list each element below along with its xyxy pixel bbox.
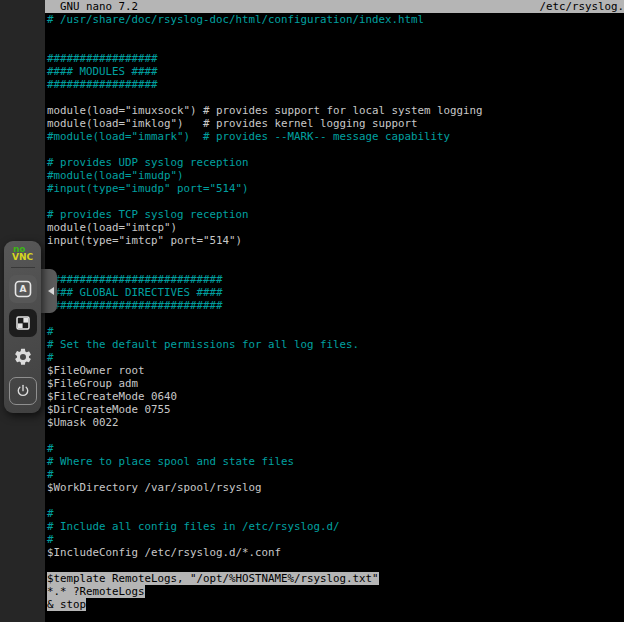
terminal-line: $WorkDirectory /var/spool/rsyslog [47, 481, 624, 494]
terminal-line: ########################### [47, 273, 624, 286]
keyboard-icon: A [14, 280, 32, 298]
terminal-line: $template RemoteLogs, "/opt/%HOSTNAME%/r… [47, 572, 624, 585]
terminal-line [47, 260, 624, 273]
nano-titlebar: GNU nano 7.2 /etc/rsyslog. [45, 0, 624, 13]
terminal-line: ################# [47, 78, 624, 91]
terminal-line: #### GLOBAL DIRECTIVES #### [47, 286, 624, 299]
terminal-line [47, 39, 624, 52]
terminal-line: #module(load="immark") # provides --MARK… [47, 130, 624, 143]
novnc-logo: no VNC [12, 246, 33, 261]
terminal-line: # [47, 507, 624, 520]
terminal-line [47, 91, 624, 104]
terminal-screen[interactable]: # /usr/share/doc/rsyslog-doc/html/config… [47, 13, 624, 622]
fullscreen-button[interactable] [9, 309, 37, 337]
terminal-line: ################# [47, 52, 624, 65]
fullscreen-icon [15, 315, 31, 331]
terminal-line: ########################### [47, 299, 624, 312]
terminal-line: $DirCreateMode 0755 [47, 403, 624, 416]
terminal-line: *.* ?RemoteLogs [47, 585, 624, 598]
panel-divider [11, 267, 35, 268]
disconnect-button[interactable] [9, 377, 37, 405]
terminal-line: # [47, 351, 624, 364]
terminal-line: # provides UDP syslog reception [47, 156, 624, 169]
keyboard-button[interactable]: A [9, 275, 37, 303]
terminal-line [47, 143, 624, 156]
terminal-line: # /usr/share/doc/rsyslog-doc/html/config… [47, 13, 624, 26]
terminal-line [47, 26, 624, 39]
gear-icon [13, 347, 33, 367]
terminal-line: $FileOwner root [47, 364, 624, 377]
terminal-line: # Set the default permissions for all lo… [47, 338, 624, 351]
terminal-line: # Where to place spool and state files [47, 455, 624, 468]
terminal-line: & stop [47, 598, 624, 611]
power-icon [15, 383, 31, 399]
terminal-line: $Umask 0022 [47, 416, 624, 429]
terminal-line [47, 312, 624, 325]
terminal-line: # provides TCP syslog reception [47, 208, 624, 221]
terminal-line [47, 195, 624, 208]
terminal-line [47, 494, 624, 507]
terminal-line: #input(type="imudp" port="514") [47, 182, 624, 195]
terminal-line: #### MODULES #### [47, 65, 624, 78]
terminal-line: # [47, 468, 624, 481]
terminal-line: $FileGroup adm [47, 377, 624, 390]
settings-button[interactable] [9, 343, 37, 371]
nano-filename-label: /etc/rsyslog. [539, 0, 624, 13]
terminal-line: module(load="imtcp") [47, 221, 624, 234]
nano-version-label: GNU nano 7.2 [60, 0, 138, 13]
terminal-line [47, 559, 624, 572]
terminal-line [47, 429, 624, 442]
novnc-logo-line2: VNC [12, 254, 33, 262]
vnc-desktop: GNU nano 7.2 /etc/rsyslog. # /usr/share/… [0, 0, 624, 622]
terminal-line: # [47, 533, 624, 546]
terminal-line: module(load="imuxsock") # provides suppo… [47, 104, 624, 117]
terminal-line: # Include all config files in /etc/rsysl… [47, 520, 624, 533]
terminal-line: input(type="imtcp" port="514") [47, 234, 624, 247]
terminal-line: module(load="imklog") # provides kernel … [47, 117, 624, 130]
terminal-line: # [47, 325, 624, 338]
terminal-line: # [47, 442, 624, 455]
panel-collapse-handle[interactable] [41, 269, 57, 313]
terminal-line: $IncludeConfig /etc/rsyslog.d/*.conf [47, 546, 624, 559]
terminal-line: #module(load="imudp") [47, 169, 624, 182]
chevron-left-icon [48, 287, 54, 295]
terminal-line [47, 247, 624, 260]
vnc-control-panel: no VNC A [4, 241, 41, 413]
terminal-line: $FileCreateMode 0640 [47, 390, 624, 403]
terminal-window: GNU nano 7.2 /etc/rsyslog. # /usr/share/… [45, 0, 624, 622]
svg-text:A: A [19, 284, 26, 294]
